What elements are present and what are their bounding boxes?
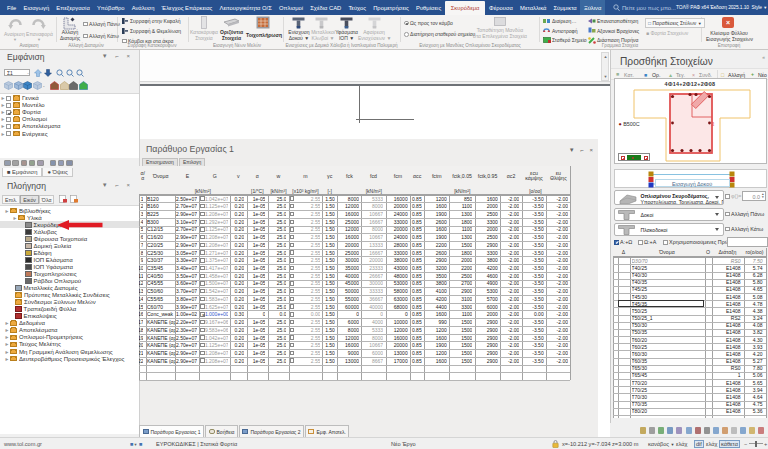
svg-text:3: 3 (711, 121, 715, 127)
